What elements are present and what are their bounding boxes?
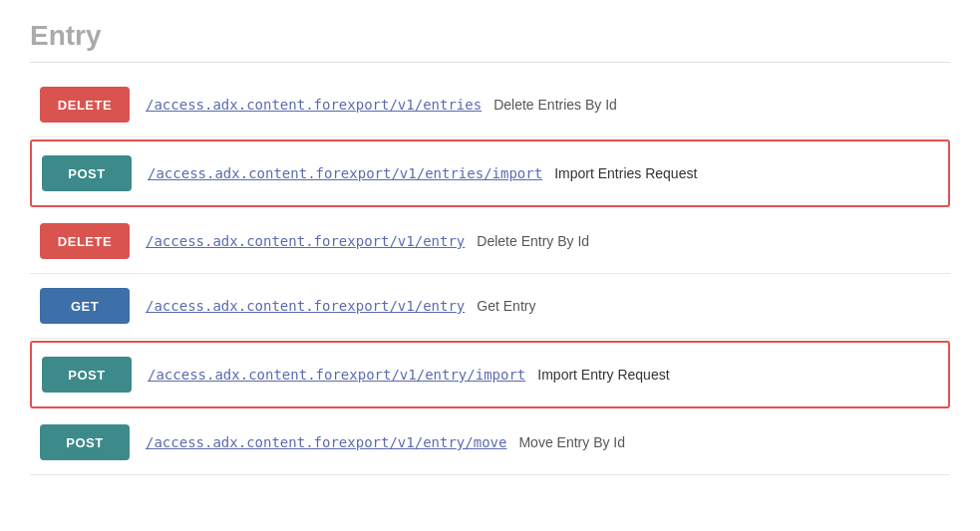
endpoint-url-post-entry-move[interactable]: /access.adx.content.forexport/v1/entry/m… <box>146 434 506 450</box>
endpoint-row-get-entry[interactable]: GET/access.adx.content.forexport/v1/entr… <box>30 274 950 339</box>
method-badge-post-entry-move[interactable]: POST <box>40 424 130 460</box>
endpoint-desc-post-entries-import: Import Entries Request <box>554 165 697 181</box>
endpoint-row-delete-entries[interactable]: DELETE/access.adx.content.forexport/v1/e… <box>30 73 950 137</box>
endpoint-url-post-entries-import[interactable]: /access.adx.content.forexport/v1/entries… <box>148 165 542 181</box>
endpoint-desc-post-entry-move: Move Entry By Id <box>518 434 625 450</box>
endpoint-row-post-entry-move[interactable]: POST/access.adx.content.forexport/v1/ent… <box>30 410 950 475</box>
method-badge-delete-entries[interactable]: DELETE <box>40 87 130 123</box>
method-badge-delete-entry[interactable]: DELETE <box>40 223 130 259</box>
endpoint-desc-delete-entries: Delete Entries By Id <box>493 97 617 113</box>
method-badge-post-entry-import[interactable]: POST <box>42 357 132 393</box>
page-container: Entry DELETE/access.adx.content.forexpor… <box>0 0 980 531</box>
endpoint-url-delete-entry[interactable]: /access.adx.content.forexport/v1/entry <box>146 233 465 249</box>
endpoint-desc-post-entry-import: Import Entry Request <box>537 367 669 383</box>
endpoint-row-delete-entry[interactable]: DELETE/access.adx.content.forexport/v1/e… <box>30 209 950 274</box>
page-title: Entry <box>30 20 950 63</box>
endpoint-row-post-entry-import[interactable]: POST/access.adx.content.forexport/v1/ent… <box>30 341 950 408</box>
endpoint-url-delete-entries[interactable]: /access.adx.content.forexport/v1/entries <box>146 97 482 113</box>
endpoint-url-post-entry-import[interactable]: /access.adx.content.forexport/v1/entry/i… <box>148 367 525 383</box>
method-badge-get-entry[interactable]: GET <box>40 288 130 324</box>
endpoint-row-post-entries-import[interactable]: POST/access.adx.content.forexport/v1/ent… <box>30 139 950 207</box>
endpoints-list: DELETE/access.adx.content.forexport/v1/e… <box>30 73 950 475</box>
endpoint-desc-delete-entry: Delete Entry By Id <box>477 233 589 249</box>
endpoint-desc-get-entry: Get Entry <box>477 298 535 314</box>
endpoint-url-get-entry[interactable]: /access.adx.content.forexport/v1/entry <box>146 298 465 314</box>
method-badge-post-entries-import[interactable]: POST <box>42 155 132 191</box>
